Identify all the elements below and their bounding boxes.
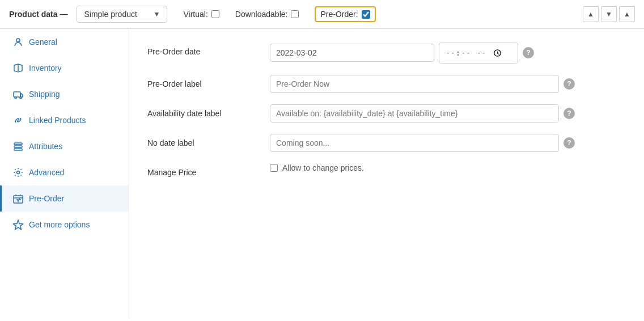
sidebar-item-get-more[interactable]: Get more options <box>0 212 129 238</box>
no-date-label-label: No date label <box>147 134 261 147</box>
preorder-date-label: Pre-Order date <box>147 43 261 56</box>
content-area: Pre-Order date ? Pre-Order label ? Avail… <box>129 29 644 318</box>
preorder-label-label: Pre-Order label <box>147 75 261 88</box>
preorder-date-field: ? <box>270 43 626 64</box>
downloadable-label: Downloadable: <box>235 10 288 19</box>
preorder-time-input[interactable] <box>439 43 518 64</box>
attributes-icon <box>13 141 23 151</box>
no-date-help-icon[interactable]: ? <box>564 137 575 149</box>
chevron-down-icon: ▼ <box>154 10 160 18</box>
preorder-label-input[interactable] <box>270 75 559 93</box>
virtual-label: Virtual: <box>183 10 207 19</box>
sidebar-item-label: Advanced <box>29 168 64 177</box>
product-data-bar: Product data — Simple product ▼ Virtual:… <box>0 0 644 29</box>
sidebar-item-label: General <box>29 37 57 47</box>
preorder-checkbox[interactable] <box>362 10 370 19</box>
sidebar-item-advanced[interactable]: Advanced <box>0 159 129 185</box>
sidebar-item-label: Get more options <box>29 220 90 229</box>
downloadable-checkbox-group: Downloadable: <box>235 10 299 19</box>
no-date-label-input[interactable] <box>270 134 559 152</box>
preorder-label-help-icon[interactable]: ? <box>564 78 575 90</box>
no-date-label-field: ? <box>270 134 626 152</box>
preorder-icon <box>13 193 23 204</box>
svg-rect-6 <box>14 149 22 150</box>
link-icon <box>13 115 23 125</box>
availability-label-field: ? <box>270 104 626 123</box>
sidebar: General Inventory Shipping <box>0 29 129 318</box>
svg-rect-4 <box>14 143 22 145</box>
sidebar-item-label: Inventory <box>29 64 62 73</box>
star-icon <box>13 219 23 230</box>
sidebar-item-label: Linked Products <box>29 116 86 125</box>
downloadable-checkbox[interactable] <box>291 10 299 18</box>
nav-up-button[interactable]: ▲ <box>583 6 599 22</box>
sidebar-item-label: Pre-Order <box>29 194 64 203</box>
product-type-label: Simple product <box>84 10 137 19</box>
sidebar-item-inventory[interactable]: Inventory <box>0 55 129 81</box>
sidebar-item-shipping[interactable]: Shipping <box>0 81 129 107</box>
availability-help-icon[interactable]: ? <box>564 108 575 119</box>
virtual-checkbox[interactable] <box>211 10 219 18</box>
advanced-icon <box>13 167 23 178</box>
nav-expand-button[interactable]: ▲ <box>619 6 635 22</box>
svg-rect-1 <box>14 92 20 97</box>
manage-price-field: Allow to change prices. <box>270 163 626 172</box>
shipping-icon <box>13 89 23 99</box>
no-date-label-row: No date label ? <box>147 134 626 152</box>
nav-down-button[interactable]: ▼ <box>601 6 617 22</box>
availability-label-row: Availability date label ? <box>147 104 626 123</box>
sidebar-item-linked-products[interactable]: Linked Products <box>0 107 129 133</box>
virtual-checkbox-group: Virtual: <box>183 10 219 19</box>
manage-price-checkbox[interactable] <box>270 164 278 172</box>
sidebar-item-pre-order[interactable]: Pre-Order <box>0 185 129 212</box>
manage-price-checkbox-label: Allow to change prices. <box>282 163 364 172</box>
preorder-label-row: Pre-Order label ? <box>147 75 626 93</box>
svg-point-2 <box>15 97 16 99</box>
main-layout: General Inventory Shipping <box>0 29 644 318</box>
availability-label-input[interactable] <box>270 104 559 123</box>
preorder-checkbox-group: Pre-Order: <box>315 6 375 22</box>
manage-price-label: Manage Price <box>147 163 261 177</box>
svg-point-0 <box>16 39 20 42</box>
svg-point-3 <box>20 97 22 99</box>
nav-arrows: ▲ ▼ ▲ <box>583 6 635 22</box>
preorder-date-help-icon[interactable]: ? <box>523 47 534 58</box>
manage-price-row: Manage Price Allow to change prices. <box>147 163 626 177</box>
product-data-label: Product data — <box>9 10 67 19</box>
availability-label-label: Availability date label <box>147 104 261 118</box>
preorder-header-label: Pre-Order: <box>320 10 358 19</box>
product-type-select[interactable]: Simple product ▼ <box>77 6 167 23</box>
inventory-icon <box>13 63 23 73</box>
preorder-label-field: ? <box>270 75 626 93</box>
preorder-date-row: Pre-Order date ? <box>147 43 626 64</box>
manage-price-checkbox-group: Allow to change prices. <box>270 163 364 172</box>
sidebar-item-label: Shipping <box>29 90 60 99</box>
svg-point-7 <box>17 171 20 174</box>
general-icon <box>13 37 23 47</box>
svg-rect-5 <box>14 146 22 147</box>
sidebar-item-attributes[interactable]: Attributes <box>0 133 129 159</box>
preorder-date-input[interactable] <box>270 44 434 62</box>
sidebar-item-general[interactable]: General <box>0 29 129 55</box>
sidebar-item-label: Attributes <box>29 142 62 151</box>
